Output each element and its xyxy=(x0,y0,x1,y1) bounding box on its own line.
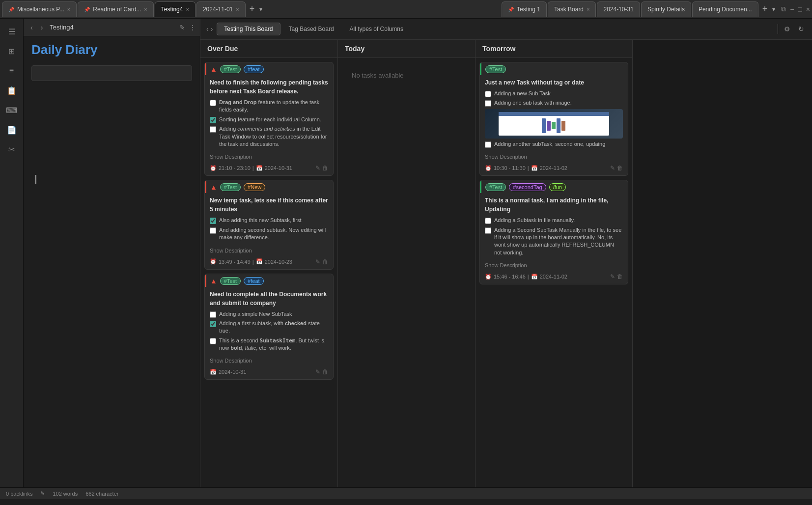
tab-testing4[interactable]: Testing4 × xyxy=(155,1,196,17)
split-view-button[interactable]: ⧉ xyxy=(781,5,786,13)
sidebar-icon-list[interactable]: ≡ xyxy=(3,62,21,80)
delete-task-button[interactable]: 🗑 xyxy=(322,165,328,171)
subtask-checkbox[interactable] xyxy=(485,91,491,97)
more-button[interactable]: ⋮ xyxy=(189,24,196,31)
delete-task-button[interactable]: 🗑 xyxy=(617,165,623,171)
subtask-checkbox[interactable] xyxy=(485,100,491,107)
show-description[interactable]: Show Description xyxy=(480,261,628,271)
show-description[interactable]: Show Description xyxy=(480,153,628,163)
sidebar-icon-clipboard[interactable]: 📋 xyxy=(3,82,21,99)
close-icon[interactable]: × xyxy=(186,6,189,12)
close-icon[interactable]: × xyxy=(587,6,589,12)
edit-button[interactable]: ✎ xyxy=(179,24,185,31)
subtask-checkbox[interactable] xyxy=(210,338,216,344)
tb-settings-button[interactable]: ⚙ xyxy=(782,23,792,35)
show-description[interactable]: Show Description xyxy=(205,153,333,163)
tag-test[interactable]: #Test xyxy=(485,183,506,191)
subtask-text: And adding second subtask. Now editing w… xyxy=(219,226,328,242)
edit-task-button[interactable]: ✎ xyxy=(315,368,320,375)
tab-overflow-button[interactable]: ▾ xyxy=(257,6,264,13)
tag-fun[interactable]: /fun xyxy=(549,183,566,191)
tab-taskboard[interactable]: Task Board × xyxy=(548,1,596,17)
subtask: Adding a Subtask in file manually. xyxy=(485,217,623,224)
tab-pending[interactable]: Pending Documen... xyxy=(692,1,758,17)
tab-tag-based-board[interactable]: Tag Based Board xyxy=(281,23,341,35)
back-button[interactable]: ‹ xyxy=(28,23,36,32)
new-tab-button-2[interactable]: + xyxy=(759,4,771,14)
sidebar-icon-scissors[interactable]: ✂ xyxy=(3,140,21,158)
show-description[interactable]: Show Description xyxy=(205,247,333,256)
subtask: Adding a new Sub Task xyxy=(485,90,623,97)
edit-task-button[interactable]: ✎ xyxy=(610,165,615,171)
minimize-button[interactable]: − xyxy=(790,5,794,13)
tab-spintly[interactable]: Spintly Details xyxy=(641,1,691,17)
tab-readme[interactable]: 📌 Readme of Card... × xyxy=(78,1,153,17)
subtask-checkbox[interactable] xyxy=(485,227,491,234)
delete-task-button[interactable]: 🗑 xyxy=(617,273,623,280)
subtask-checkbox[interactable] xyxy=(210,100,216,106)
subtask: Adding comments and activities in the Ed… xyxy=(210,125,328,148)
subtask-text: Drag and Drop feature to update the task… xyxy=(219,99,328,114)
image-thumbnail xyxy=(485,109,623,139)
edit-task-button[interactable]: ✎ xyxy=(610,273,615,280)
right-panel: ‹ › Testing This Board Tag Based Board A… xyxy=(200,19,812,487)
tb-refresh-button[interactable]: ↻ xyxy=(796,23,806,35)
subtask: Adding one subTask with image: xyxy=(485,99,623,107)
subtask-checkbox[interactable] xyxy=(485,141,491,148)
sidebar-icon-grid[interactable]: ⊞ xyxy=(3,42,21,60)
edit-task-button[interactable]: ✎ xyxy=(315,258,320,265)
tab-2024-10-31[interactable]: 2024-10-31 xyxy=(597,1,640,17)
priority-icon: ▲ xyxy=(210,277,217,285)
tab-label: Task Board xyxy=(554,6,584,13)
task-card: ▲ #Test #feat Need to complete all the D… xyxy=(204,274,334,380)
tag-test[interactable]: #Test xyxy=(220,183,241,191)
task-title: Just a new Task without tag or date xyxy=(485,78,623,87)
edit-task-button[interactable]: ✎ xyxy=(315,165,320,171)
subtask-checkbox[interactable] xyxy=(210,126,216,133)
forward-button[interactable]: › xyxy=(38,23,46,32)
subtask-text: Adding comments and activities in the Ed… xyxy=(219,125,328,148)
board-forward-button[interactable]: › xyxy=(211,25,213,33)
tab-testing1[interactable]: 📌 Testing 1 xyxy=(502,1,547,17)
tag-feat[interactable]: #feat xyxy=(244,277,263,285)
tab-2024-11-01[interactable]: 2024-11-01 × xyxy=(196,1,246,17)
words-status: 102 words xyxy=(53,491,78,497)
tab-miscellaneous[interactable]: 📌 Miscellaneous P... × xyxy=(2,1,77,17)
text-input-area[interactable] xyxy=(31,65,192,81)
sidebar-icon-menu[interactable]: ☰ xyxy=(3,23,21,40)
subtask-checkbox[interactable] xyxy=(210,117,216,123)
tag-test[interactable]: #Test xyxy=(220,65,241,73)
tab-testing-this-board[interactable]: Testing This Board xyxy=(217,23,280,35)
tag-secondtag[interactable]: #secondTag xyxy=(509,183,546,191)
task-date: 2024-10-31 xyxy=(219,369,246,375)
close-window-button[interactable]: × xyxy=(806,5,810,13)
close-icon[interactable]: × xyxy=(67,6,70,12)
sidebar-icon-page[interactable]: 📄 xyxy=(3,121,21,139)
board-back-button[interactable]: ‹ xyxy=(206,25,209,33)
delete-task-button[interactable]: 🗑 xyxy=(322,368,328,375)
subtask-checkbox[interactable] xyxy=(210,311,216,318)
tag-new[interactable]: #New xyxy=(244,183,265,191)
tab-all-types[interactable]: All types of Columns xyxy=(342,23,411,35)
sidebar-icon-terminal[interactable]: ⌨ xyxy=(3,101,21,119)
show-description[interactable]: Show Description xyxy=(205,357,333,366)
subtask: Adding a simple New SubTask xyxy=(210,310,328,318)
tab-overflow-button-2[interactable]: ▾ xyxy=(770,6,777,13)
edit-status[interactable]: ✎ xyxy=(40,490,45,497)
clock-icon: ⏰ xyxy=(210,258,217,265)
toolbar: ‹ › Testing4 ✎ ⋮ xyxy=(24,19,200,36)
new-tab-button[interactable]: + xyxy=(247,4,258,14)
maximize-button[interactable]: □ xyxy=(798,5,802,13)
tag-test[interactable]: #Test xyxy=(220,277,241,285)
tag-test[interactable]: #Test xyxy=(485,65,506,73)
close-icon[interactable]: × xyxy=(236,6,239,12)
tab-label: Testing 1 xyxy=(517,6,540,13)
subtask-checkbox[interactable] xyxy=(485,218,491,224)
subtask-checkbox[interactable] xyxy=(210,218,216,224)
close-icon[interactable]: × xyxy=(144,6,147,12)
subtask: Also adding this new Subtask, first xyxy=(210,217,328,224)
tag-feat[interactable]: #feat xyxy=(244,65,263,73)
subtask-checkbox[interactable] xyxy=(210,321,216,327)
delete-task-button[interactable]: 🗑 xyxy=(322,258,328,265)
subtask-checkbox[interactable] xyxy=(210,227,216,234)
